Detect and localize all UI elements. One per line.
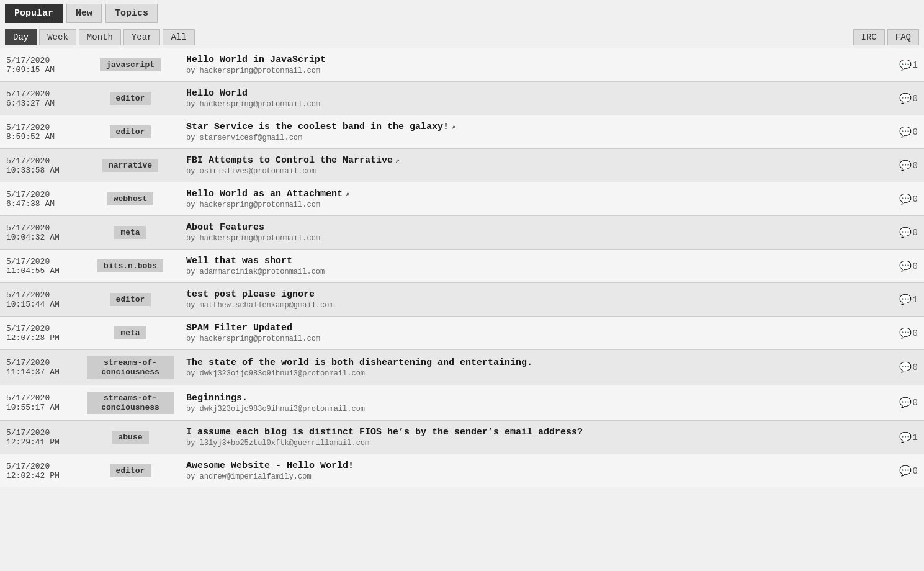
post-title-cell: About Featuresby hackerspring@protonmail… [180,216,881,250]
tag-badge[interactable]: streams-of-conciousness [87,356,174,379]
post-comments[interactable]: 💬0 [881,454,924,488]
tag-badge[interactable]: abuse [112,431,148,444]
right-nav: IRCFAQ [853,29,919,45]
comment-number: 0 [913,466,918,476]
post-title-link[interactable]: Hello World [186,88,248,99]
table-row: 5/17/202010:04:32 AMmetaAbout Featuresby… [0,216,924,250]
tag-badge[interactable]: editor [110,125,151,138]
comment-number: 0 [913,328,918,338]
post-date: 5/17/202010:04:32 AM [0,216,81,250]
post-tag: meta [81,317,180,350]
post-title-link[interactable]: Hello World as an Attachment [186,189,343,199]
tag-badge[interactable]: streams-of-conciousness [87,392,174,414]
table-row: 5/17/202010:55:17 AMstreams-of-conciousn… [0,385,924,421]
post-title: test post please ignore [186,289,874,300]
post-author: by hackerspring@protonmail.com [186,200,874,209]
table-row: 5/17/20206:43:27 AMeditorHello Worldby h… [0,82,924,115]
post-comments[interactable]: 💬0 [881,149,924,182]
post-title-link[interactable]: Awesome Website - Hello World! [186,461,354,471]
post-date: 5/17/202012:02:42 PM [0,454,81,488]
post-comments[interactable]: 💬0 [881,216,924,250]
post-title-link[interactable]: Star Service is the coolest band in the … [186,122,449,132]
comment-count: 💬0 [899,327,918,339]
post-comments[interactable]: 💬0 [881,82,924,115]
tag-badge[interactable]: javascript [100,58,161,71]
post-author: by andrew@imperialfamily.com [186,472,874,481]
table-row: 5/17/20206:47:38 AMwebhostHello World as… [0,182,924,216]
time-btn-day[interactable]: Day [5,29,37,45]
post-title-link[interactable]: Beginnings. [186,393,248,403]
table-row: 5/17/202012:29:41 PMabuseI assume each b… [0,421,924,454]
comment-count: 💬0 [899,465,918,477]
post-date: 5/17/202012:07:28 PM [0,317,81,350]
comment-number: 0 [913,261,918,271]
tag-badge[interactable]: webhost [107,192,154,205]
post-title-link[interactable]: Hello World in JavaScript [186,55,326,65]
post-title-link[interactable]: I assume each blog is distinct FIOS he’s… [186,427,583,438]
post-author: by hackerspring@protonmail.com [186,335,874,343]
chat-icon: 💬 [899,227,912,239]
tag-badge[interactable]: editor [110,92,151,105]
nav-btn-topics[interactable]: Topics [105,4,158,23]
chat-icon: 💬 [899,160,912,172]
tag-badge[interactable]: narrative [102,159,158,172]
nav-btn-popular[interactable]: Popular [5,4,63,23]
post-comments[interactable]: 💬1 [881,48,924,82]
post-comments[interactable]: 💬1 [881,283,924,317]
chat-icon: 💬 [899,327,912,339]
chat-icon: 💬 [899,361,912,374]
chat-icon: 💬 [899,260,912,272]
tag-badge[interactable]: editor [110,293,151,306]
post-title-link[interactable]: Well that was short [186,256,292,266]
post-title-link[interactable]: FBI Attempts to Control the Narrative [186,155,393,166]
post-title: SPAM Filter Updated [186,323,874,333]
post-comments[interactable]: 💬0 [881,385,924,421]
comment-count: 💬0 [899,126,918,138]
post-tag: meta [81,216,180,250]
post-title-link[interactable]: SPAM Filter Updated [186,323,292,333]
post-title: Beginnings. [186,393,874,403]
post-title: Awesome Website - Hello World! [186,461,874,471]
post-author: by hackerspring@protonmail.com [186,100,874,109]
comment-count: 💬0 [899,160,918,172]
table-row: 5/17/202010:33:58 AMnarrativeFBI Attempt… [0,149,924,182]
tag-badge[interactable]: meta [114,226,146,239]
comment-count: 💬1 [899,431,918,444]
time-btn-week[interactable]: Week [39,29,76,45]
post-title-link[interactable]: test post please ignore [186,289,315,300]
post-title: About Features [186,222,874,233]
post-comments[interactable]: 💬0 [881,317,924,350]
external-link-icon: ↗ [395,156,400,165]
post-title-link[interactable]: About Features [186,222,264,233]
post-tag: streams-of-conciousness [81,350,180,385]
comment-count: 💬0 [899,397,918,409]
post-title-link[interactable]: The state of the world is both dishearte… [186,357,532,368]
comment-count: 💬0 [899,92,918,105]
comment-number: 0 [913,362,918,372]
time-btn-month[interactable]: Month [79,29,121,45]
table-row: 5/17/202011:04:55 AMbits.n.bobsWell that… [0,250,924,283]
time-btn-all[interactable]: All [163,29,194,45]
post-comments[interactable]: 💬1 [881,421,924,454]
right-btn-faq[interactable]: FAQ [887,29,919,45]
post-title: The state of the world is both dishearte… [186,357,874,368]
post-tag: editor [81,82,180,115]
table-row: 5/17/202010:15:44 AMeditortest post plea… [0,283,924,317]
post-comments[interactable]: 💬0 [881,350,924,385]
time-btn-year[interactable]: Year [123,29,161,45]
comment-number: 0 [913,398,918,408]
right-btn-irc[interactable]: IRC [853,29,885,45]
comment-count: 💬1 [899,294,918,306]
post-date: 5/17/20207:09:15 AM [0,48,81,82]
post-comments[interactable]: 💬0 [881,182,924,216]
tag-badge[interactable]: meta [114,326,146,339]
chat-icon: 💬 [899,126,912,138]
nav-btn-new[interactable]: New [66,4,102,23]
post-comments[interactable]: 💬0 [881,115,924,149]
tag-badge[interactable]: editor [110,464,151,477]
tag-badge[interactable]: bits.n.bobs [97,259,163,272]
post-comments[interactable]: 💬0 [881,250,924,283]
post-tag: editor [81,283,180,317]
post-tag: editor [81,115,180,149]
post-title: Well that was short [186,256,874,266]
